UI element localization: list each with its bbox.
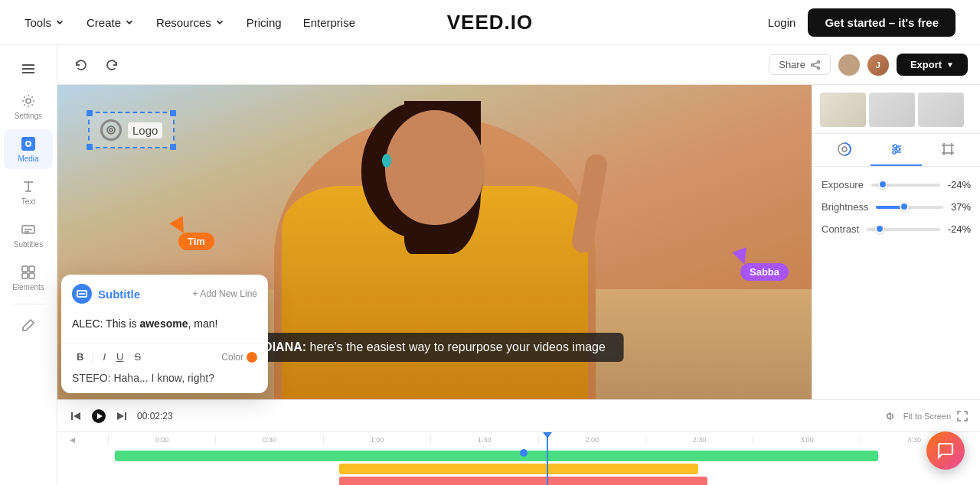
handle-br[interactable] [170, 144, 176, 150]
subtitle-highlight: awesome [139, 317, 188, 330]
undo-button[interactable] [70, 54, 93, 76]
subtitle-overlay: DIANA: here's the easiest way to repurpo… [245, 333, 624, 362]
contrast-label: Contrast [822, 223, 859, 235]
svg-rect-16 [29, 273, 34, 278]
track-audio[interactable] [339, 477, 707, 485]
bold-button[interactable]: B [72, 348, 88, 366]
sidebar-item-settings[interactable]: Settings [4, 86, 53, 126]
controls-right: Fit to Screen [885, 410, 968, 422]
media-icon [20, 135, 37, 152]
timeline: ◀ 0:00 0:30 1:00 1:30 2:00 2:30 3:00 3:3… [57, 431, 980, 485]
tim-cursor-label: Tim [178, 233, 214, 250]
add-line-button[interactable]: + Add New Line [193, 288, 257, 299]
exposure-row: Exposure -24% [822, 179, 971, 190]
svg-rect-32 [944, 145, 952, 153]
sidebar-item-edit[interactable] [4, 311, 53, 340]
nav-enterprise[interactable]: Enterprise [303, 16, 355, 29]
thumbnail-2[interactable] [869, 93, 915, 127]
elements-label: Elements [12, 283, 44, 291]
svg-line-20 [813, 63, 817, 64]
sidebar-item-media[interactable]: Media [4, 129, 53, 169]
subtitle-text-2: STEFO: Haha... I know, right? [61, 366, 268, 384]
editor-topbar: Share J Export ▼ [57, 45, 980, 85]
settings-label: Settings [15, 112, 42, 120]
logo-element[interactable]: Logo [88, 112, 175, 148]
chat-button[interactable] [926, 431, 965, 470]
settings-icon [20, 93, 37, 109]
logo-icon [100, 119, 122, 141]
getstarted-button[interactable]: Get started – it's free [808, 8, 956, 37]
sidebar-item-subtitles[interactable]: Subtitles [4, 215, 53, 255]
brightness-slider[interactable] [876, 206, 943, 209]
contrast-slider[interactable] [867, 228, 940, 231]
track-main[interactable] [115, 451, 878, 461]
svg-marker-42 [74, 412, 80, 420]
export-button[interactable]: Export ▼ [897, 54, 968, 76]
contrast-value: -24% [948, 223, 971, 235]
skip-back-button[interactable] [70, 410, 82, 422]
tab-crop[interactable] [922, 134, 974, 166]
sidebar-item-text[interactable]: Text [4, 172, 53, 212]
nav-resources[interactable]: Resources [156, 16, 225, 29]
nav-pricing[interactable]: Pricing [247, 16, 282, 29]
sabba-cursor-label: Sabba [740, 263, 789, 281]
track-overlay[interactable] [339, 464, 698, 474]
svg-line-21 [813, 66, 817, 67]
svg-point-30 [897, 148, 900, 151]
svg-point-6 [27, 142, 30, 145]
thumbnail-1[interactable] [820, 93, 866, 127]
nav-create[interactable]: Create [87, 16, 135, 29]
playhead [547, 432, 548, 485]
exposure-value: -24% [948, 179, 971, 190]
nav-right: Login Get started – it's free [768, 8, 956, 37]
editor-container: Settings Media Text [0, 45, 980, 485]
play-button[interactable] [91, 409, 106, 424]
time-display: 00:02:23 [137, 411, 173, 422]
thumbnail-3[interactable] [918, 93, 964, 127]
sidebar-item-elements[interactable]: Elements [4, 258, 53, 298]
login-button[interactable]: Login [768, 16, 796, 29]
svg-point-22 [107, 126, 115, 134]
subtitle-text-1: ALEC: This is awesome, man! [61, 311, 268, 340]
svg-point-18 [811, 63, 813, 66]
underline-button[interactable]: U [112, 348, 128, 366]
handle-bl[interactable] [87, 144, 93, 150]
navbar: Tools Create Resources Pricing Enterpris… [0, 0, 980, 45]
editor-main: Share J Export ▼ [57, 45, 980, 485]
popup-header: Subtitle + Add New Line [61, 275, 268, 311]
media-label: Media [18, 155, 38, 163]
nav-logo[interactable]: VEED.IO [447, 11, 533, 34]
edit-icon [20, 317, 37, 334]
svg-point-19 [817, 67, 819, 69]
toolbar-divider [93, 351, 93, 363]
color-dot [247, 352, 257, 363]
italic-button[interactable]: I [98, 348, 110, 366]
tab-color-wheel[interactable] [818, 134, 871, 166]
fullscreen-button[interactable] [957, 411, 968, 422]
svg-rect-15 [22, 273, 28, 278]
svg-rect-45 [125, 412, 126, 420]
export-chevron-icon: ▼ [946, 60, 954, 69]
tab-adjustments[interactable] [871, 134, 923, 166]
text-icon [20, 178, 37, 195]
playhead-dot [520, 449, 528, 457]
svg-rect-14 [29, 266, 34, 272]
right-panel: Exposure -24% Brightness [812, 85, 980, 399]
nav-left: Tools Create Resources Pricing Enterpris… [24, 16, 355, 29]
sabba-cursor: Sabba [734, 249, 789, 281]
share-button[interactable]: Share [769, 54, 831, 75]
sidebar-divider [13, 304, 44, 304]
exposure-slider[interactable] [871, 184, 940, 187]
redo-button[interactable] [100, 54, 123, 76]
skip-forward-button[interactable] [116, 410, 128, 422]
nav-tools[interactable]: Tools [24, 16, 65, 29]
sidebar-item-menu[interactable] [4, 54, 53, 83]
topbar-right: Share J Export ▼ [769, 54, 968, 76]
handle-tl[interactable] [87, 110, 93, 116]
svg-marker-47 [887, 413, 890, 419]
volume-button[interactable] [885, 410, 897, 422]
handle-tr[interactable] [170, 110, 176, 116]
strikethrough-button[interactable]: S [129, 348, 145, 366]
color-picker[interactable]: Color [221, 352, 257, 363]
brightness-value: 37% [951, 201, 971, 213]
